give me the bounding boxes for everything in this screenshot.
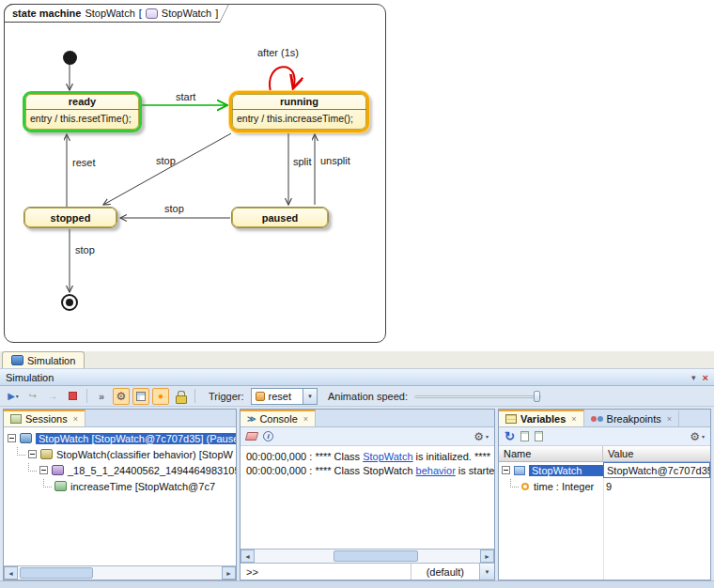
table-row-time[interactable]: time : Integer 9 bbox=[499, 478, 710, 494]
collapse-icon[interactable] bbox=[8, 434, 16, 442]
scroll-left-icon[interactable]: ◄ bbox=[241, 549, 255, 563]
final-state-dot bbox=[66, 299, 73, 306]
transition-label-split[interactable]: split bbox=[293, 156, 312, 167]
collapse-icon[interactable] bbox=[502, 466, 510, 474]
minimize-icon[interactable]: ▾ bbox=[691, 373, 696, 382]
import-icon[interactable] bbox=[535, 431, 543, 441]
tab-sessions[interactable]: Sessions × bbox=[4, 410, 85, 426]
simulation-options-button[interactable]: ⚙ bbox=[113, 388, 130, 405]
variable-value[interactable]: 9 bbox=[603, 478, 710, 494]
scroll-track[interactable] bbox=[255, 549, 480, 563]
tree-row-label: StopWatch(classifier behavior) [StopW bbox=[56, 449, 233, 460]
chevron-down-icon: ▾ bbox=[16, 393, 19, 399]
transition-label-unsplit[interactable]: unsplit bbox=[320, 155, 350, 166]
collapse-icon[interactable] bbox=[39, 466, 48, 474]
record-dot-icon: ● bbox=[158, 391, 163, 401]
scroll-thumb[interactable] bbox=[334, 550, 418, 562]
refresh-icon[interactable]: ↻ bbox=[504, 430, 515, 442]
dock-tab-simulation[interactable]: Simulation bbox=[2, 351, 85, 368]
transition-label-start[interactable]: start bbox=[176, 91, 195, 102]
variable-value[interactable]: StopWatch@7c707d35 bbox=[603, 462, 710, 478]
console-text: 00:00:00,000 : **** Class StopWatch bbox=[246, 465, 416, 476]
record-button[interactable]: ● bbox=[152, 388, 169, 405]
tree-row-activity[interactable]: _18_5_1_24400562_1494464983105 bbox=[4, 462, 236, 478]
info-filter-icon[interactable]: i bbox=[263, 431, 273, 441]
transition-label-after-1s[interactable]: after (1s) bbox=[257, 47, 299, 58]
close-icon[interactable]: × bbox=[703, 372, 708, 383]
step-over-icon: → bbox=[48, 391, 57, 401]
ui-config-button[interactable] bbox=[132, 388, 149, 405]
close-icon[interactable]: × bbox=[571, 414, 576, 424]
console-scope-value: (default) bbox=[411, 566, 479, 578]
state-running-entry: entry / this.increaseTime(); bbox=[232, 110, 366, 124]
column-header-value[interactable]: Value bbox=[603, 446, 710, 461]
initial-pseudostate[interactable] bbox=[63, 51, 77, 65]
slider-handle[interactable] bbox=[534, 391, 540, 402]
collapse-icon[interactable] bbox=[28, 450, 37, 458]
trigger-dropdown[interactable]: reset ▼ bbox=[251, 388, 318, 405]
transition-label-stop-running[interactable]: stop bbox=[156, 155, 176, 166]
gear-icon[interactable]: ⚙ bbox=[690, 431, 700, 442]
final-state[interactable] bbox=[61, 294, 78, 311]
step-into-button[interactable]: ↪ bbox=[24, 388, 41, 405]
column-header-name[interactable]: Name bbox=[499, 446, 603, 461]
transition-label-stop-paused[interactable]: stop bbox=[164, 203, 184, 214]
animation-speed-label: Animation speed: bbox=[328, 391, 408, 402]
clear-console-icon[interactable] bbox=[245, 432, 258, 441]
tree-row-label: increaseTime [StopWatch@7c7 bbox=[70, 481, 215, 492]
tab-breakpoints[interactable]: Breakpoints × bbox=[584, 410, 679, 426]
gear-icon[interactable]: ⚙ bbox=[473, 431, 484, 442]
close-icon[interactable]: × bbox=[667, 414, 672, 424]
dropdown-arrow-icon[interactable]: ▼ bbox=[303, 389, 317, 404]
scroll-track[interactable] bbox=[18, 566, 222, 580]
variable-name: StopWatch bbox=[529, 465, 603, 476]
step-over-button[interactable]: → bbox=[44, 388, 61, 405]
table-row-stopwatch[interactable]: StopWatch StopWatch@7c707d35 bbox=[499, 462, 710, 478]
state-ready[interactable]: ready entry / this.resetTime(); bbox=[23, 91, 142, 132]
simulation-toolbar: ▶ ▾ ↪ → » ⚙ ● Trigger: res bbox=[0, 386, 714, 407]
state-stopped[interactable]: stopped bbox=[23, 207, 117, 228]
signal-icon bbox=[256, 392, 265, 401]
lock-button[interactable] bbox=[172, 388, 189, 405]
behavior-icon bbox=[40, 449, 53, 459]
console-link[interactable]: behavior bbox=[416, 465, 456, 476]
tree-row-behavior[interactable]: StopWatch(classifier behavior) [StopW bbox=[4, 446, 236, 462]
terminate-button[interactable] bbox=[64, 388, 81, 405]
close-icon[interactable]: × bbox=[73, 414, 78, 424]
export-icon[interactable] bbox=[520, 431, 529, 441]
state-running-name: running bbox=[232, 94, 366, 107]
tree-row-session[interactable]: StopWatch [StopWatch@7c707d35] (Pause bbox=[4, 430, 236, 446]
variables-pane: Variables × Breakpoints × ↻ ⚙ ▾ bbox=[498, 409, 711, 580]
state-paused[interactable]: paused bbox=[231, 207, 329, 228]
scroll-right-icon[interactable]: ► bbox=[480, 549, 494, 563]
console-scope-dropdown[interactable]: (default) ▼ bbox=[411, 564, 494, 580]
tree-row-operation[interactable]: increaseTime [StopWatch@7c7 bbox=[4, 478, 236, 494]
close-icon[interactable]: × bbox=[303, 414, 308, 424]
breakpoints-tab-label: Breakpoints bbox=[607, 413, 661, 425]
scroll-right-icon[interactable]: ► bbox=[222, 566, 236, 580]
state-paused-name: paused bbox=[262, 212, 299, 224]
tab-console[interactable]: ≫ Console × bbox=[241, 410, 316, 426]
scroll-thumb[interactable] bbox=[20, 567, 93, 579]
tab-variables[interactable]: Variables × bbox=[499, 410, 584, 426]
sessions-horizontal-scrollbar[interactable]: ◄ ► bbox=[4, 565, 236, 580]
sessions-pane: Sessions × StopWatch [StopWatch@7c707d35… bbox=[3, 409, 237, 580]
console-link[interactable]: StopWatch bbox=[363, 451, 412, 462]
start-simulation-button[interactable]: ▶ ▾ bbox=[5, 388, 22, 405]
activity-icon bbox=[52, 465, 64, 475]
simulation-header: Simulation ▾ × bbox=[0, 369, 714, 386]
more-buttons-chevron[interactable]: » bbox=[93, 388, 110, 405]
dropdown-arrow-icon[interactable]: ▼ bbox=[479, 564, 494, 580]
console-output: 00:00:00,000 : **** Class StopWatch is i… bbox=[241, 446, 494, 549]
console-text: 00:00:00,000 : **** Class bbox=[246, 451, 363, 462]
dock-tab-label: Simulation bbox=[27, 355, 75, 366]
animation-speed-slider[interactable] bbox=[414, 388, 541, 405]
panes-row: Sessions × StopWatch [StopWatch@7c707d35… bbox=[0, 407, 714, 580]
transition-label-stop-final[interactable]: stop bbox=[75, 244, 95, 255]
scroll-left-icon[interactable]: ◄ bbox=[4, 566, 18, 580]
console-input-field[interactable] bbox=[264, 564, 411, 580]
console-input-row: >> (default) ▼ bbox=[241, 563, 494, 580]
transition-label-reset[interactable]: reset bbox=[72, 157, 95, 168]
state-running[interactable]: running entry / this.increaseTime(); bbox=[229, 91, 369, 132]
console-horizontal-scrollbar[interactable]: ◄ ► bbox=[241, 549, 494, 563]
